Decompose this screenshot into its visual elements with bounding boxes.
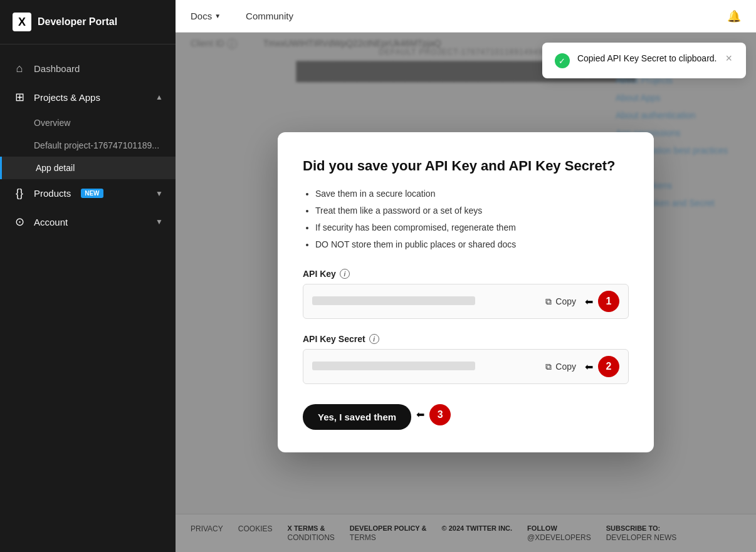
modal-bullet-1: Save them in a secure location — [315, 187, 629, 200]
confirm-row: Yes, I saved them ⬅ 3 — [303, 399, 629, 430]
chevron-docs-icon: ▼ — [214, 13, 221, 19]
modal-title: Did you save your API Key and API Key Se… — [303, 157, 629, 175]
arrow-2: ⬅ — [585, 361, 593, 373]
nav-right: 🔔 — [727, 9, 741, 23]
step-badge-2: 2 — [598, 356, 619, 377]
sidebar-account-label: Account — [34, 217, 68, 227]
modal-bullets: Save them in a secure location Treat the… — [303, 187, 629, 251]
sidebar-sub-app-detail[interactable]: App detail — [0, 157, 176, 179]
sidebar-sub-default-project-label: Default project-176747101189... — [34, 140, 159, 150]
toast-close-button[interactable]: × — [724, 53, 733, 64]
api-key-copy-label: Copy — [555, 296, 576, 306]
sidebar-item-dashboard[interactable]: ⌂ Dashboard — [0, 55, 176, 83]
api-secret-value — [312, 362, 542, 372]
modal-bullet-3: If security has been compromised, regene… — [315, 221, 629, 234]
chevron-down-icon-account: ▼ — [155, 217, 163, 226]
sidebar-sub-app-label: App detail — [36, 163, 75, 173]
sidebar-section-projects: ⊞ Projects & Apps ▲ Overview Default pro… — [0, 83, 176, 179]
sidebar-item-projects-apps[interactable]: ⊞ Projects & Apps ▲ — [0, 83, 176, 112]
toast-message: Copied API Key Secret to clipboard. — [577, 53, 717, 65]
page-area: DEFAULT PROJECT-1767471011891494912 ████… — [176, 33, 756, 552]
sidebar: X Developer Portal ⌂ Dashboard ⊞ Project… — [0, 0, 176, 552]
api-key-modal: Did you save your API Key and API Key Se… — [278, 132, 654, 453]
sidebar-sub-default-project[interactable]: Default project-176747101189... — [0, 134, 176, 157]
products-icon: {} — [13, 187, 26, 200]
nav-docs[interactable]: Docs ▼ — [191, 11, 221, 21]
sidebar-app-title: Developer Portal — [38, 16, 117, 28]
sidebar-projects-label: Projects & Apps — [34, 92, 100, 103]
main-content: Docs ▼ Community 🔔 DEFAULT PROJECT-17674… — [176, 0, 756, 552]
chevron-up-icon: ▲ — [155, 93, 163, 102]
sidebar-sub-overview-label: Overview — [34, 118, 70, 128]
api-secret-input-row: ⧉ Copy ⬅ 2 — [303, 349, 629, 384]
sidebar-item-account[interactable]: ⊙ Account ▼ — [0, 207, 176, 236]
sidebar-logo[interactable]: X Developer Portal — [0, 0, 176, 44]
api-key-label: API Key i — [303, 269, 629, 279]
confirm-button[interactable]: Yes, I saved them — [303, 404, 411, 430]
home-icon: ⌂ — [13, 62, 26, 75]
copy-icon-2: ⧉ — [545, 362, 552, 372]
nav-docs-label: Docs — [191, 11, 212, 21]
modal-bullet-4: DO NOT store them in public places or sh… — [315, 238, 629, 251]
api-secret-info-icon[interactable]: i — [369, 334, 379, 344]
products-badge: NEW — [81, 189, 103, 198]
api-secret-copy-row: ⧉ Copy ⬅ 2 — [542, 356, 619, 377]
toast-notification: ✓ Copied API Key Secret to clipboard. × — [542, 43, 746, 78]
nav-community[interactable]: Community — [246, 11, 293, 21]
sidebar-item-products[interactable]: {} Products NEW ▼ — [0, 179, 176, 207]
modal-bullet-2: Treat them like a password or a set of k… — [315, 204, 629, 217]
account-icon: ⊙ — [13, 215, 26, 229]
projects-icon: ⊞ — [13, 90, 26, 104]
x-logo-icon: X — [13, 13, 31, 31]
api-key-copy-button[interactable]: ⧉ Copy — [542, 295, 580, 308]
api-key-input-row: ⧉ Copy ⬅ 1 — [303, 284, 629, 319]
api-key-copy-row: ⧉ Copy ⬅ 1 — [542, 291, 619, 312]
sidebar-nav: ⌂ Dashboard ⊞ Projects & Apps ▲ Overview… — [0, 44, 176, 552]
api-key-value — [312, 296, 542, 307]
api-secret-copy-button[interactable]: ⧉ Copy — [542, 360, 580, 373]
copy-icon: ⧉ — [545, 296, 552, 307]
api-key-info-icon[interactable]: i — [340, 269, 350, 279]
notification-bell-icon[interactable]: 🔔 — [727, 9, 741, 23]
api-key-secret-label: API Key Secret i — [303, 334, 629, 344]
toast-success-icon: ✓ — [555, 53, 570, 68]
arrow-3: ⬅ — [416, 409, 424, 420]
sidebar-sub-overview[interactable]: Overview — [0, 112, 176, 134]
chevron-down-icon: ▼ — [155, 189, 163, 198]
sidebar-item-dashboard-label: Dashboard — [34, 63, 80, 74]
api-secret-copy-label: Copy — [555, 362, 576, 372]
top-nav: Docs ▼ Community 🔔 — [176, 0, 756, 33]
arrow-1: ⬅ — [585, 296, 593, 308]
nav-community-label: Community — [246, 11, 293, 21]
step-badge-1: 1 — [598, 291, 619, 312]
modal-overlay: Did you save your API Key and API Key Se… — [176, 33, 756, 552]
sidebar-products-label: Products — [34, 188, 71, 199]
step-badge-3: 3 — [429, 404, 451, 425]
